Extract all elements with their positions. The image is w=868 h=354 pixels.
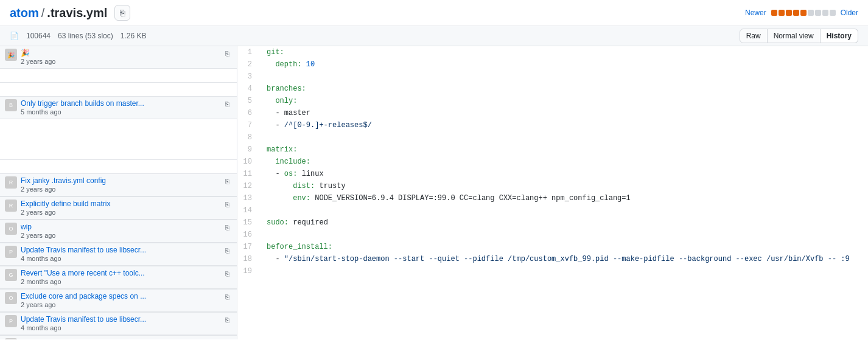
- avatar-9: G: [5, 269, 17, 281]
- line-code-19: [262, 265, 868, 277]
- older-label[interactable]: Older: [841, 9, 858, 17]
- newer-label[interactable]: Newer: [745, 9, 766, 17]
- file-info-bar: 📄 100644 63 lines (53 sloc) 1.26 KB Raw …: [0, 26, 868, 46]
- line-code-12: dist: trusty: [262, 180, 868, 192]
- code-line-9: 9 matrix:: [237, 144, 868, 156]
- copy-line-btn-11[interactable]: ⎘: [222, 315, 232, 325]
- commit-time-8: 4 months ago: [21, 255, 61, 262]
- copy-line-btn-12[interactable]: ⎘: [222, 338, 232, 339]
- code-line-11: 11 - os: linux: [237, 168, 868, 180]
- commit-info-1: 🎉 2 years ago: [21, 49, 220, 66]
- line-num-10: 10: [237, 156, 262, 168]
- line-code-13: env: NODE_VERSION=6.9.4 DISPLAY=:99.0 CC…: [262, 192, 868, 204]
- copy-line-btn-5[interactable]: ⎘: [222, 176, 232, 186]
- code-line-1: 1 git:: [237, 46, 868, 58]
- copy-line-btn-8[interactable]: ⎘: [222, 246, 232, 255]
- line-num-16: 16: [237, 229, 262, 241]
- line-num-9: 9: [237, 144, 262, 156]
- color-block-6: [808, 10, 814, 16]
- line-code-1: git:: [262, 46, 868, 58]
- history-button[interactable]: History: [821, 29, 858, 43]
- line-num-15: 15: [237, 217, 262, 229]
- copy-line-btn-10[interactable]: ⎘: [222, 292, 232, 302]
- breadcrumb-sep: /: [41, 6, 45, 20]
- avatar-5: R: [5, 176, 17, 189]
- line-num-11: 11: [237, 168, 262, 180]
- color-block-7: [815, 10, 821, 16]
- newer-older-nav: Newer Older: [745, 9, 858, 17]
- file-size: 1.26 KB: [121, 32, 147, 40]
- commit-info-9: Revert "Use a more recent c++ toolc... 2…: [21, 269, 220, 286]
- copy-line-btn-6[interactable]: ⎘: [222, 200, 232, 209]
- line-code-16: [262, 229, 868, 241]
- code-line-2: 2 depth: 10: [237, 58, 868, 71]
- copy-line-btn-1[interactable]: ⎘: [222, 49, 232, 58]
- blame-group-1: 🎉 🎉 2 years ago ⎘: [0, 46, 237, 83]
- line-code-15: sudo: required: [262, 217, 868, 229]
- line-num-12: 12: [237, 180, 262, 192]
- blame-item-9: G Revert "Use a more recent c++ toolc...…: [0, 266, 237, 289]
- color-block-2: [779, 10, 785, 16]
- code-line-17: 17 before_install:: [237, 241, 868, 253]
- filename-label: .travis.yml: [47, 6, 107, 20]
- commit-link-10[interactable]: Exclude core and package specs on ...: [21, 292, 155, 300]
- commit-link-3[interactable]: Only trigger branch builds on master...: [21, 99, 155, 108]
- line-code-18: - "/sbin/start-stop-daemon --start --qui…: [262, 253, 868, 265]
- code-line-14: 14: [237, 204, 868, 217]
- blame-item-12: R Switch to containerized infrastructure…: [0, 336, 237, 339]
- color-block-3: [786, 10, 792, 16]
- blame-item-3: B Only trigger branch builds on master..…: [0, 97, 237, 119]
- commit-link-6[interactable]: Explicitly define build matrix: [21, 200, 155, 208]
- file-lines: 63 lines (53 sloc): [58, 32, 113, 40]
- avatar-3: B: [5, 99, 17, 111]
- line-code-3: [262, 71, 868, 83]
- commit-link-1[interactable]: 🎉: [21, 49, 155, 57]
- line-num-17: 17: [237, 241, 262, 253]
- raw-button[interactable]: Raw: [740, 29, 768, 43]
- commit-link-8[interactable]: Update Travis manifest to use libsecr...: [21, 246, 155, 254]
- code-line-18: 18 - "/sbin/start-stop-daemon --start --…: [237, 253, 868, 265]
- commit-time-9: 2 months ago: [21, 278, 61, 285]
- normal-view-button[interactable]: Normal view: [768, 29, 821, 43]
- blame-item-1: 🎉 🎉 2 years ago ⎘: [0, 46, 237, 69]
- commit-time-6: 2 years ago: [21, 209, 55, 216]
- code-line-15: 15 sudo: required: [237, 217, 868, 229]
- commit-time-3: 5 months ago: [21, 108, 61, 116]
- code-line-5: 5 only:: [237, 95, 868, 107]
- commit-info-5: Fix janky .travis.yml config 2 years ago: [21, 176, 220, 193]
- line-code-2: depth: 10: [262, 58, 868, 71]
- line-code-17: before_install:: [262, 241, 868, 253]
- page-header: atom / .travis.yml ⎘ Newer Older: [0, 0, 868, 26]
- commit-link-7[interactable]: wip: [21, 223, 155, 231]
- commit-time-1: 2 years ago: [21, 58, 55, 65]
- code-line-12: 12 dist: trusty: [237, 180, 868, 192]
- blame-group-11: P Update Travis manifest to use libsecr.…: [0, 313, 237, 336]
- line-num-3: 3: [237, 71, 262, 83]
- line-num-8: 8: [237, 131, 262, 144]
- code-line-3: 3: [237, 71, 868, 83]
- blame-item-6: R Explicitly define build matrix 2 years…: [0, 197, 237, 220]
- avatar-12: R: [5, 338, 17, 339]
- blame-group-9: G Revert "Use a more recent c++ toolc...…: [0, 266, 237, 290]
- commit-link-9[interactable]: Revert "Use a more recent c++ toolc...: [21, 269, 155, 277]
- copy-line-btn-7[interactable]: ⎘: [222, 223, 232, 232]
- avatar-8: P: [5, 246, 17, 258]
- copy-path-button[interactable]: ⎘: [114, 5, 130, 21]
- copy-line-btn-9[interactable]: ⎘: [222, 269, 232, 279]
- blame-item-11: P Update Travis manifest to use libsecr.…: [0, 313, 237, 335]
- commit-link-11[interactable]: Update Travis manifest to use libsecr...: [21, 315, 155, 324]
- blame-item-3d: [0, 146, 237, 159]
- file-meta: 📄 100644 63 lines (53 sloc) 1.26 KB: [10, 32, 146, 40]
- commit-time-5: 2 years ago: [21, 186, 55, 193]
- line-num-19: 19: [237, 265, 262, 277]
- blame-group-3: B Only trigger branch builds on master..…: [0, 97, 237, 160]
- copy-line-btn-3[interactable]: ⎘: [222, 99, 232, 109]
- line-num-6: 6: [237, 107, 262, 119]
- commit-link-12[interactable]: Switch to containerized infrastructure: [21, 338, 155, 339]
- avatar-7: O: [5, 223, 17, 235]
- repo-link[interactable]: atom: [10, 6, 39, 20]
- commit-link-5[interactable]: Fix janky .travis.yml config: [21, 176, 155, 185]
- commit-time-7: 2 years ago: [21, 232, 55, 239]
- line-num-14: 14: [237, 204, 262, 217]
- blame-group-10: O Exclude core and package specs on ... …: [0, 290, 237, 313]
